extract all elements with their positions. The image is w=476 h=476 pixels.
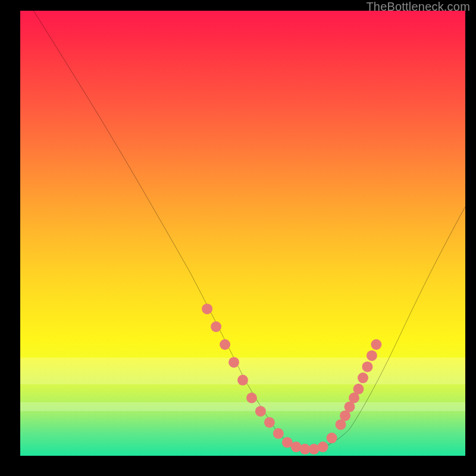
svg-point-7: [264, 417, 275, 428]
svg-point-1: [211, 321, 221, 332]
curve-line: [33, 11, 465, 450]
plot-area: [20, 11, 465, 456]
svg-point-0: [202, 303, 212, 314]
svg-point-22: [367, 350, 377, 361]
svg-point-10: [291, 441, 302, 452]
svg-point-8: [273, 428, 284, 439]
svg-point-5: [246, 393, 257, 403]
svg-point-21: [362, 361, 372, 372]
svg-point-2: [220, 339, 230, 350]
svg-point-23: [371, 339, 381, 350]
chart-frame: TheBottleneck.com: [0, 0, 476, 476]
chart-svg: [20, 11, 465, 456]
svg-point-4: [237, 375, 248, 386]
svg-point-12: [309, 444, 320, 455]
svg-point-6: [255, 406, 266, 416]
svg-point-13: [318, 441, 328, 452]
svg-point-20: [358, 372, 368, 383]
svg-point-14: [327, 433, 337, 443]
svg-point-19: [353, 384, 364, 394]
svg-point-3: [228, 357, 239, 368]
marker-group: [202, 303, 381, 455]
